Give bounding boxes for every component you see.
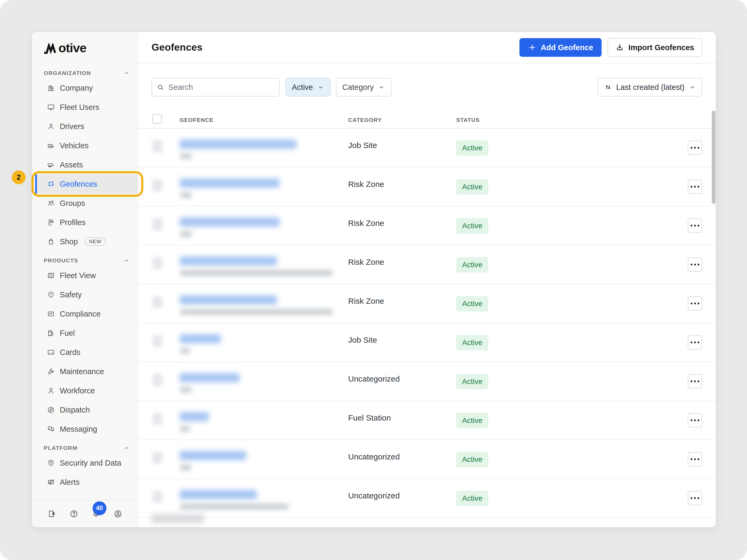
sidebar-item[interactable]: Fleet View	[35, 266, 138, 285]
sidebar-item[interactable]: Vehicles	[35, 136, 138, 155]
row-checkbox[interactable]	[152, 257, 162, 269]
category-cell: Risk Zone	[348, 219, 384, 228]
row-checkbox[interactable]	[152, 335, 162, 347]
sidebar-item[interactable]: Drivers	[35, 117, 138, 136]
row-actions-button[interactable]	[688, 413, 702, 427]
row-checkbox[interactable]	[152, 140, 162, 153]
status-badge: Active	[456, 179, 488, 195]
sidebar-item[interactable]: Messaging	[35, 420, 138, 439]
geofence-name-redacted[interactable]	[180, 451, 246, 460]
geofence-subtext-redacted	[180, 504, 288, 510]
row-actions-button[interactable]	[688, 335, 702, 350]
search-box[interactable]	[152, 78, 280, 97]
row-actions-button[interactable]	[688, 257, 702, 272]
geofence-name-redacted[interactable]	[180, 295, 277, 304]
row-checkbox[interactable]	[152, 179, 162, 191]
sidebar-item-label: Maintenance	[60, 367, 104, 376]
row-actions-button[interactable]	[688, 180, 702, 194]
geofence-name-redacted[interactable]	[180, 256, 277, 266]
section-organization[interactable]: ORGANIZATION	[44, 68, 130, 78]
status-badge: Active	[456, 218, 488, 234]
geofence-name-redacted[interactable]	[180, 412, 209, 421]
help-button[interactable]	[69, 509, 78, 518]
chevron-down-icon	[689, 84, 696, 91]
sidebar-item[interactable]: Groups	[35, 194, 138, 213]
geofence-name-redacted[interactable]	[180, 334, 221, 344]
chevron-down-icon	[317, 84, 324, 91]
sidebar-item[interactable]: Fuel	[35, 323, 138, 343]
row-checkbox[interactable]	[152, 374, 162, 386]
safety-icon	[47, 291, 55, 299]
account-button[interactable]	[113, 509, 123, 518]
import-geofences-button[interactable]: Import Geofences	[608, 38, 702, 57]
row-checkbox[interactable]	[152, 296, 162, 308]
sidebar-item[interactable]: Cards	[35, 343, 138, 362]
table-row: Job Site Active	[138, 323, 716, 362]
sidebar-item[interactable]: Shop NEW	[35, 232, 138, 251]
row-actions-button[interactable]	[688, 218, 702, 233]
category-filter-dropdown[interactable]: Category	[336, 78, 391, 97]
section-products[interactable]: PRODUCTS	[44, 255, 130, 266]
search-input[interactable]	[168, 83, 274, 92]
geofence-subtext-redacted	[180, 348, 190, 354]
geofence-subtext-redacted	[180, 464, 191, 471]
row-checkbox[interactable]	[152, 491, 162, 503]
groups-icon	[47, 199, 55, 207]
row-checkbox[interactable]	[152, 452, 162, 464]
geofence-name-redacted[interactable]	[180, 217, 280, 227]
profiles-icon	[47, 218, 55, 226]
row-actions-button[interactable]	[688, 296, 702, 311]
row-actions-button[interactable]	[688, 491, 702, 505]
section-platform[interactable]: PLATFORM	[44, 443, 130, 453]
chevron-up-icon[interactable]	[123, 257, 130, 264]
assets-icon	[47, 161, 55, 169]
sidebar-item[interactable]: Safety	[35, 285, 138, 304]
category-cell: Job Site	[348, 336, 377, 345]
status-badge: Active	[456, 491, 488, 506]
vertical-scrollbar[interactable]	[712, 111, 716, 204]
sidebar-item[interactable]: 2 Geofences	[35, 175, 138, 194]
sidebar-item[interactable]: Alerts	[35, 473, 138, 492]
sidebar-item[interactable]: Security and Data	[35, 453, 138, 473]
row-checkbox[interactable]	[152, 413, 162, 425]
category-cell: Fuel Station	[348, 413, 391, 422]
sidebar-item[interactable]: Compliance	[35, 304, 138, 323]
sidebar-item-label: Workforce	[60, 386, 95, 395]
sidebar-item[interactable]: Assets	[35, 155, 138, 175]
sidebar-item[interactable]: Workforce	[35, 381, 138, 400]
sidebar-item[interactable]: Company	[35, 78, 138, 98]
new-badge: NEW	[85, 237, 106, 246]
geofence-name-redacted[interactable]	[180, 179, 280, 188]
sidebar-item-label: Security and Data	[60, 459, 121, 468]
row-actions-button[interactable]	[688, 374, 702, 389]
geofence-name-redacted[interactable]	[180, 373, 239, 382]
sidebar-footer: 40	[32, 500, 138, 527]
geofence-name-redacted[interactable]	[180, 139, 297, 149]
sidebar-item[interactable]: Maintenance	[35, 362, 138, 381]
sidebar-item[interactable]: Dispatch	[35, 400, 138, 420]
select-all-checkbox[interactable]	[152, 114, 162, 124]
sidebar-item[interactable]: Fleet Users	[35, 98, 138, 117]
chevron-up-icon[interactable]	[123, 445, 130, 451]
status-filter-dropdown[interactable]: Active	[285, 78, 331, 97]
guide-button[interactable]	[48, 509, 56, 518]
sort-dropdown[interactable]: Last created (latest)	[598, 78, 702, 97]
geofence-name-redacted[interactable]	[180, 490, 257, 499]
row-actions-button[interactable]	[688, 452, 702, 466]
import-icon	[616, 43, 624, 52]
category-cell: Risk Zone	[348, 180, 384, 189]
sort-arrows-icon	[604, 83, 612, 91]
company-icon	[47, 84, 55, 92]
row-checkbox[interactable]	[152, 218, 162, 231]
chevron-up-icon[interactable]	[123, 70, 130, 77]
notifications-button[interactable]: 40	[92, 509, 101, 518]
category-cell: Uncategorized	[348, 452, 400, 461]
status-badge: Active	[456, 335, 488, 350]
row-actions-button[interactable]	[688, 140, 702, 155]
add-geofence-button[interactable]: Add Geofence	[519, 38, 602, 57]
geofence-table: Job Site Active Risk Zone Active	[138, 129, 716, 518]
sidebar-item-label: Dispatch	[60, 406, 90, 415]
sidebar-item-label: Geofences	[60, 180, 97, 189]
category-cell: Job Site	[348, 141, 377, 150]
sidebar-item[interactable]: Profiles	[35, 213, 138, 232]
